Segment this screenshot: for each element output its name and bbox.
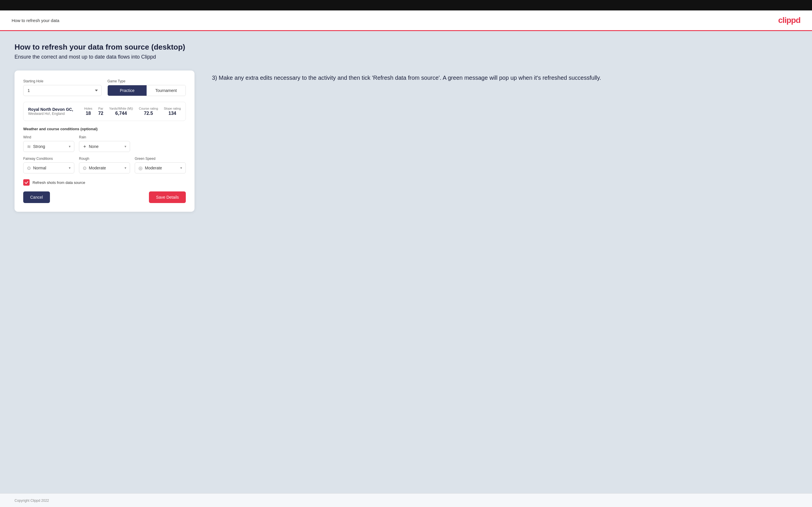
- practice-button[interactable]: Practice: [108, 85, 147, 96]
- rough-icon: ⊙: [83, 165, 87, 171]
- content-area: Starting Hole 1 10 Game Type Practice To…: [14, 70, 798, 212]
- wind-group: Wind ≋ Strong Light Calm ▾: [23, 135, 74, 152]
- refresh-checkbox[interactable]: [23, 179, 30, 186]
- green-speed-group: Green Speed ◎ Moderate Fast Slow ▾: [135, 157, 186, 173]
- form-actions: Cancel Save Details: [23, 191, 186, 203]
- holes-value: 18: [86, 111, 91, 116]
- game-type-group: Game Type Practice Tournament: [107, 79, 186, 96]
- footer: Copyright Clippd 2022: [0, 493, 812, 507]
- par-value: 72: [98, 111, 103, 116]
- save-button[interactable]: Save Details: [149, 191, 186, 203]
- rough-select[interactable]: Moderate Light Heavy: [89, 163, 124, 173]
- fairway-select[interactable]: Normal Firm Soft: [33, 163, 69, 173]
- conditions-title: Weather and course conditions (optional): [23, 127, 186, 131]
- par-stat: Par 72: [98, 107, 103, 116]
- rain-select[interactable]: None Light Heavy: [89, 141, 124, 152]
- wind-dropdown[interactable]: ≋ Strong Light Calm ▾: [23, 141, 74, 152]
- info-text: 3) Make any extra edits necessary to the…: [212, 73, 798, 82]
- checkmark-icon: [24, 180, 29, 184]
- green-speed-label: Green Speed: [135, 157, 186, 161]
- rough-label: Rough: [79, 157, 130, 161]
- starting-hole-select[interactable]: 1 10: [23, 85, 102, 96]
- top-form-row: Starting Hole 1 10 Game Type Practice To…: [23, 79, 186, 96]
- course-rating-stat: Course rating 72.5: [139, 107, 158, 116]
- tournament-button[interactable]: Tournament: [147, 85, 186, 96]
- green-speed-arrow-icon: ▾: [180, 166, 182, 170]
- wind-arrow-icon: ▾: [69, 145, 70, 149]
- green-speed-icon: ◎: [139, 165, 143, 171]
- course-rating-label: Course rating: [139, 107, 158, 110]
- holes-label: Holes: [84, 107, 92, 110]
- fairway-dropdown[interactable]: ⊙ Normal Firm Soft ▾: [23, 162, 74, 173]
- wind-select[interactable]: Strong Light Calm: [33, 141, 69, 152]
- game-type-label: Game Type: [107, 79, 186, 83]
- wind-rain-row: Wind ≋ Strong Light Calm ▾ Rain ✦: [23, 135, 186, 152]
- header: How to refresh your data clippd: [0, 10, 812, 31]
- holes-stat: Holes 18: [84, 107, 92, 116]
- course-name: Royal North Devon GC, Westward Ho!, Engl…: [28, 107, 79, 116]
- rain-arrow-icon: ▾: [124, 145, 126, 149]
- starting-hole-group: Starting Hole 1 10: [23, 79, 102, 96]
- refresh-label: Refresh shots from data source: [33, 180, 85, 185]
- green-speed-select[interactable]: Moderate Fast Slow: [145, 163, 180, 173]
- rough-arrow-icon: ▾: [124, 166, 126, 170]
- game-type-toggle: Practice Tournament: [107, 85, 186, 96]
- rough-dropdown[interactable]: ⊙ Moderate Light Heavy ▾: [79, 162, 130, 173]
- main-content: How to refresh your data from source (de…: [0, 31, 812, 493]
- fairway-arrow-icon: ▾: [69, 166, 70, 170]
- rain-icon: ✦: [83, 144, 87, 149]
- page-subtitle: Ensure the correct and most up to date d…: [14, 54, 798, 60]
- rain-group: Rain ✦ None Light Heavy ▾: [79, 135, 130, 152]
- refresh-checkbox-row: Refresh shots from data source: [23, 179, 186, 186]
- logo: clippd: [778, 16, 800, 25]
- course-rating-value: 72.5: [144, 111, 153, 116]
- form-card: Starting Hole 1 10 Game Type Practice To…: [14, 70, 195, 212]
- starting-hole-label: Starting Hole: [23, 79, 102, 83]
- course-name-main: Royal North Devon GC,: [28, 107, 79, 112]
- slope-rating-value: 134: [168, 111, 176, 116]
- rough-group: Rough ⊙ Moderate Light Heavy ▾: [79, 157, 130, 173]
- course-name-sub: Westward Ho!, England: [28, 112, 79, 116]
- yards-stat: Yards/White (M)) 6,744: [109, 107, 133, 116]
- yards-value: 6,744: [115, 111, 127, 116]
- wind-label: Wind: [23, 135, 74, 139]
- copyright: Copyright Clippd 2022: [14, 499, 49, 503]
- top-bar: [0, 0, 812, 10]
- fairway-group: Fairway Conditions ⊙ Normal Firm Soft ▾: [23, 157, 74, 173]
- par-label: Par: [98, 107, 103, 110]
- conditions-row2: Fairway Conditions ⊙ Normal Firm Soft ▾ …: [23, 157, 186, 173]
- yards-label: Yards/White (M)): [109, 107, 133, 110]
- slope-rating-stat: Slope rating 134: [164, 107, 181, 116]
- cancel-button[interactable]: Cancel: [23, 191, 50, 203]
- slope-rating-label: Slope rating: [164, 107, 181, 110]
- fairway-label: Fairway Conditions: [23, 157, 74, 161]
- breadcrumb: How to refresh your data: [12, 18, 59, 23]
- course-info: Royal North Devon GC, Westward Ho!, Engl…: [23, 102, 186, 121]
- rain-label: Rain: [79, 135, 130, 139]
- fairway-icon: ⊙: [27, 165, 31, 171]
- info-panel: 3) Make any extra edits necessary to the…: [212, 70, 798, 82]
- rain-dropdown[interactable]: ✦ None Light Heavy ▾: [79, 141, 130, 152]
- page-title: How to refresh your data from source (de…: [14, 43, 798, 52]
- wind-icon: ≋: [27, 144, 31, 149]
- green-speed-dropdown[interactable]: ◎ Moderate Fast Slow ▾: [135, 162, 186, 173]
